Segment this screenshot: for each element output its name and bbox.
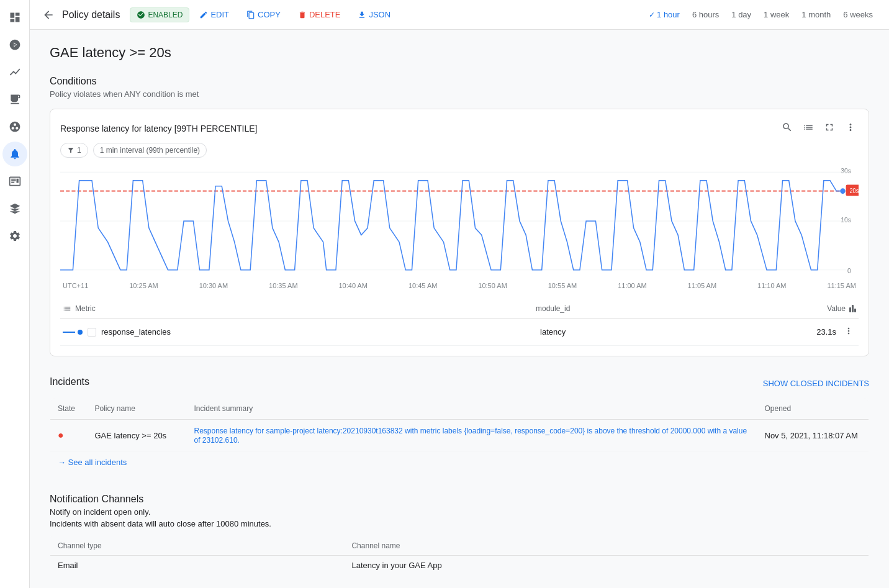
sidebar-item-network[interactable] bbox=[2, 114, 27, 139]
incident-row: ● GAE latency >= 20s Response latency fo… bbox=[50, 420, 869, 451]
x-label-7: 10:55 AM bbox=[548, 282, 577, 289]
incident-state: ● bbox=[50, 420, 88, 451]
incident-summary: Response latency for sample-project late… bbox=[187, 420, 757, 451]
x-label-3: 10:35 AM bbox=[269, 282, 297, 289]
notif-title: Notification Channels bbox=[50, 494, 869, 505]
main-area: Policy details ENABLED EDIT COPY DELETE … bbox=[30, 0, 889, 588]
filter-count: 1 bbox=[77, 146, 81, 155]
time-6hours[interactable]: 6 hours bbox=[686, 7, 725, 22]
notif-info-2: Incidents with absent data will auto clo… bbox=[50, 519, 869, 528]
metric-dot-indicator bbox=[78, 330, 83, 335]
col-value-header: Value bbox=[646, 299, 859, 319]
fullscreen-icon[interactable] bbox=[821, 119, 837, 138]
notification-channels-section: Notification Channels Notify on incident… bbox=[50, 494, 869, 576]
filter-count-chip[interactable]: 1 bbox=[60, 143, 88, 158]
time-1week[interactable]: 1 week bbox=[757, 7, 795, 22]
time-1month[interactable]: 1 month bbox=[795, 7, 837, 22]
time-1day[interactable]: 1 day bbox=[725, 7, 757, 22]
policy-title: GAE latency >= 20s bbox=[50, 45, 869, 61]
incident-policy-name: GAE latency >= 20s bbox=[88, 420, 187, 451]
col-summary-header: Incident summary bbox=[187, 398, 757, 420]
chart-svg: 30s 10s 0 20s bbox=[60, 165, 859, 277]
metric-table: Metric module_id Value bbox=[60, 299, 859, 346]
svg-point-0 bbox=[14, 43, 16, 45]
incidents-section: Incidents SHOW CLOSED INCIDENTS State Po… bbox=[50, 376, 869, 474]
incidents-title: Incidents bbox=[50, 376, 89, 387]
sidebar-item-logs[interactable] bbox=[2, 87, 27, 112]
x-label-0: UTC+11 bbox=[63, 282, 88, 289]
metric-module-cell: latency bbox=[459, 319, 646, 346]
chart-title: Response latency for latency [99TH PERCE… bbox=[60, 124, 257, 133]
incidents-header: Incidents SHOW CLOSED INCIDENTS bbox=[50, 376, 869, 390]
topbar: Policy details ENABLED EDIT COPY DELETE … bbox=[30, 0, 889, 30]
error-state-icon: ● bbox=[58, 430, 64, 440]
incident-opened: Nov 5, 2021, 11:18:07 AM bbox=[757, 420, 869, 451]
chart-header: Response latency for latency [99TH PERCE… bbox=[60, 119, 859, 138]
legend-icon[interactable] bbox=[800, 119, 816, 138]
col-module-header: module_id bbox=[459, 299, 646, 319]
sidebar-item-metrics[interactable] bbox=[2, 60, 27, 84]
col-state-header: State bbox=[50, 398, 88, 420]
svg-point-10 bbox=[840, 188, 845, 194]
time-1hour[interactable]: 1 hour bbox=[643, 7, 686, 22]
incidents-table-header-row: State Policy name Incident summary Opene… bbox=[50, 398, 869, 420]
col-policy-header: Policy name bbox=[88, 398, 187, 420]
metric-value: 23.1s bbox=[816, 327, 836, 337]
status-label: ENABLED bbox=[148, 11, 183, 19]
metric-more-icon[interactable] bbox=[841, 323, 856, 340]
content-area: GAE latency >= 20s Conditions Policy vio… bbox=[30, 30, 889, 588]
sidebar-item-groups[interactable] bbox=[2, 196, 27, 221]
back-button[interactable] bbox=[40, 6, 57, 24]
zoom-icon[interactable] bbox=[779, 119, 795, 138]
sidebar bbox=[0, 0, 30, 588]
see-all-incidents-link[interactable]: → See all incidents bbox=[50, 451, 869, 474]
metric-checkbox[interactable] bbox=[88, 328, 96, 337]
page-breadcrumb-title: Policy details bbox=[62, 9, 120, 20]
metric-name-cell: response_latencies bbox=[60, 319, 459, 346]
incidents-table: State Policy name Incident summary Opene… bbox=[50, 397, 869, 474]
sidebar-item-settings[interactable] bbox=[2, 224, 27, 248]
delete-label: DELETE bbox=[309, 10, 341, 19]
x-label-5: 10:45 AM bbox=[408, 282, 437, 289]
json-label: JSON bbox=[369, 10, 390, 19]
notif-channel-type: Email bbox=[50, 556, 345, 576]
metric-name: response_latencies bbox=[101, 327, 171, 337]
status-enabled-chip: ENABLED bbox=[130, 7, 189, 22]
filter-label-chip[interactable]: 1 min interval (99th percentile) bbox=[93, 143, 207, 158]
col-opened-header: Opened bbox=[757, 398, 869, 420]
notif-channel-name: Latency in your GAE App bbox=[344, 556, 869, 576]
incident-summary-link[interactable]: Response latency for sample-project late… bbox=[194, 427, 747, 445]
json-button[interactable]: JSON bbox=[350, 6, 398, 23]
filter-label: 1 min interval (99th percentile) bbox=[100, 146, 200, 155]
conditions-heading: Conditions bbox=[50, 76, 869, 87]
svg-text:10s: 10s bbox=[841, 216, 851, 224]
copy-label: COPY bbox=[258, 10, 281, 19]
notif-info-1: Notify on incident open only. bbox=[50, 507, 869, 517]
x-label-8: 11:00 AM bbox=[618, 282, 646, 289]
metric-row: response_latencies latency 23.1s bbox=[60, 319, 859, 346]
x-label-2: 10:30 AM bbox=[199, 282, 228, 289]
x-label-11: 11:15 AM bbox=[827, 282, 855, 289]
x-label-6: 10:50 AM bbox=[478, 282, 507, 289]
x-label-4: 10:40 AM bbox=[338, 282, 367, 289]
notif-row: Email Latency in your GAE App bbox=[50, 556, 869, 576]
time-6weeks[interactable]: 6 weeks bbox=[837, 7, 879, 22]
sidebar-item-dashboard[interactable] bbox=[2, 32, 27, 57]
metric-value-cell: 23.1s bbox=[646, 319, 859, 346]
see-all-incidents-row[interactable]: → See all incidents bbox=[50, 451, 869, 474]
copy-button[interactable]: COPY bbox=[239, 6, 288, 23]
conditions-section: Conditions Policy violates when ANY cond… bbox=[50, 76, 869, 356]
delete-button[interactable]: DELETE bbox=[291, 6, 348, 23]
chart-card: Response latency for latency [99TH PERCE… bbox=[50, 109, 869, 356]
sidebar-item-home[interactable] bbox=[2, 5, 27, 30]
sidebar-item-uptime[interactable] bbox=[2, 169, 27, 194]
edit-label: EDIT bbox=[210, 10, 229, 19]
edit-button[interactable]: EDIT bbox=[192, 6, 237, 23]
show-closed-button[interactable]: SHOW CLOSED INCIDENTS bbox=[763, 379, 869, 388]
conditions-subtitle: Policy violates when ANY condition is me… bbox=[50, 89, 869, 99]
sidebar-item-alerting[interactable] bbox=[2, 142, 27, 166]
more-options-icon[interactable] bbox=[842, 119, 859, 138]
time-range-group: 1 hour 6 hours 1 day 1 week 1 month 6 we… bbox=[643, 7, 879, 22]
col-metric-header: Metric bbox=[60, 299, 459, 319]
value-bars-icon bbox=[849, 305, 856, 312]
